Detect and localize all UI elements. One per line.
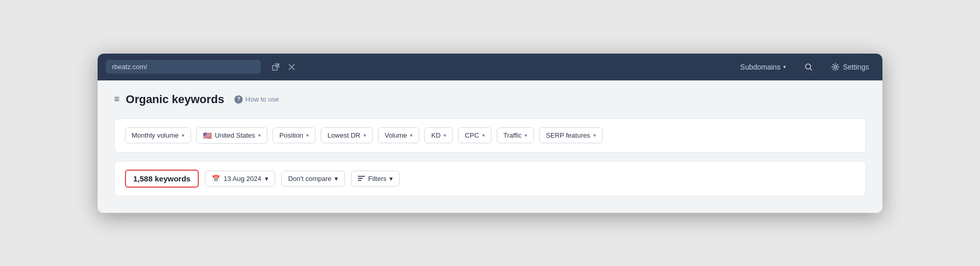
- external-link-button[interactable]: [269, 61, 282, 73]
- filter-line-2: [358, 178, 363, 179]
- subdomains-chevron: ▾: [783, 64, 786, 70]
- lowest-dr-label: Lowest DR: [327, 131, 360, 139]
- volume-chevron: ▾: [410, 132, 413, 138]
- date-chevron: ▾: [265, 175, 268, 182]
- lowest-dr-chevron: ▾: [363, 132, 366, 138]
- close-button[interactable]: [286, 62, 298, 72]
- monthly-volume-label: Monthly volume: [132, 131, 179, 139]
- cpc-filter[interactable]: CPC ▾: [458, 127, 491, 143]
- volume-label: Volume: [385, 131, 407, 139]
- us-flag-icon: 🇺🇸: [203, 131, 212, 140]
- compare-label: Don't compare: [288, 175, 331, 182]
- hamburger-icon[interactable]: ≡: [114, 94, 120, 105]
- traffic-label: Traffic: [503, 131, 521, 139]
- position-label: Position: [279, 131, 303, 139]
- serp-features-chevron: ▾: [593, 132, 596, 138]
- top-bar-right: Subdomains ▾ Settings: [735, 60, 874, 74]
- toolbar-row: 1,588 keywords 📅 13 Aug 2024 ▾ Don't com…: [114, 161, 866, 196]
- top-bar: Subdomains ▾ Settings: [98, 54, 882, 80]
- position-chevron: ▾: [306, 132, 309, 138]
- lowest-dr-filter[interactable]: Lowest DR ▾: [321, 127, 373, 143]
- filters-chevron: ▾: [389, 175, 393, 182]
- kd-chevron: ▾: [444, 132, 446, 138]
- search-icon: [804, 63, 813, 71]
- cpc-chevron: ▾: [482, 132, 485, 138]
- filter-row: Monthly volume ▾ 🇺🇸 United States ▾ Posi…: [125, 127, 855, 144]
- how-to-use-link[interactable]: ? How to use: [230, 93, 283, 106]
- settings-label: Settings: [843, 63, 869, 71]
- settings-button[interactable]: Settings: [826, 60, 874, 74]
- keywords-count-badge: 1,588 keywords: [125, 170, 199, 188]
- filters-label: Filters: [368, 175, 386, 182]
- kd-filter[interactable]: KD ▾: [424, 127, 453, 143]
- country-chevron: ▾: [258, 132, 261, 138]
- main-content: ≡ Organic keywords ? How to use Monthly …: [98, 80, 882, 213]
- filters-button[interactable]: Filters ▾: [351, 171, 400, 187]
- filter-line-1: [358, 176, 365, 177]
- calendar-icon: 📅: [212, 175, 220, 182]
- compare-button[interactable]: Don't compare ▾: [281, 171, 345, 187]
- cpc-label: CPC: [465, 131, 479, 139]
- date-label: 13 Aug 2024: [224, 175, 261, 182]
- help-icon: ?: [234, 95, 243, 104]
- subdomains-button[interactable]: Subdomains ▾: [735, 60, 792, 74]
- country-filter[interactable]: 🇺🇸 United States ▾: [196, 127, 267, 144]
- address-bar[interactable]: [106, 60, 261, 74]
- browser-window: Subdomains ▾ Settings ≡ Organic: [98, 54, 882, 213]
- traffic-chevron: ▾: [525, 132, 527, 138]
- compare-chevron: ▾: [335, 175, 338, 182]
- date-picker-button[interactable]: 📅 13 Aug 2024 ▾: [205, 171, 275, 187]
- how-to-use-label: How to use: [245, 95, 279, 103]
- serp-features-label: SERP features: [546, 131, 590, 139]
- subdomains-label: Subdomains: [740, 63, 781, 71]
- country-label: United States: [215, 131, 255, 139]
- filter-lines-icon: [358, 176, 365, 181]
- volume-filter[interactable]: Volume ▾: [378, 127, 419, 143]
- filter-line-3: [358, 180, 361, 181]
- page-title-row: ≡ Organic keywords ? How to use: [114, 93, 866, 106]
- kd-label: KD: [431, 131, 440, 139]
- svg-point-2: [834, 65, 837, 68]
- monthly-volume-filter[interactable]: Monthly volume ▾: [125, 127, 191, 143]
- gear-icon: [831, 63, 840, 71]
- top-bar-actions: [269, 61, 298, 73]
- search-button[interactable]: [799, 60, 818, 74]
- filter-bar: Monthly volume ▾ 🇺🇸 United States ▾ Posi…: [114, 119, 866, 153]
- traffic-filter[interactable]: Traffic ▾: [497, 127, 534, 143]
- page-title: Organic keywords: [126, 93, 225, 106]
- serp-features-filter[interactable]: SERP features ▾: [539, 127, 603, 143]
- position-filter[interactable]: Position ▾: [273, 127, 315, 143]
- monthly-volume-chevron: ▾: [182, 132, 184, 138]
